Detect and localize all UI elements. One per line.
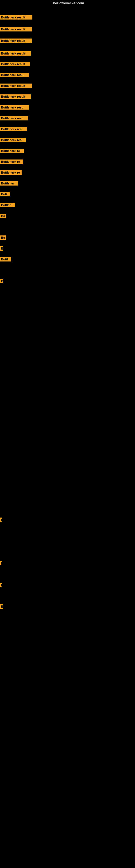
bottleneck-badge: |: [0, 583, 2, 587]
bottleneck-badge: Bottl: [0, 257, 11, 261]
bottleneck-badge: Bottleneck re: [0, 170, 21, 175]
bottleneck-badge: Bottlenec: [0, 181, 18, 186]
bottleneck-badge: Bottleneck re: [0, 149, 24, 153]
bottleneck-badge: Bottleneck resu: [0, 105, 29, 110]
bottleneck-badge: Bottleneck result: [0, 15, 32, 20]
bottleneck-badge: Bottleneck resu: [0, 73, 29, 77]
bottleneck-badge: Bo: [0, 236, 6, 240]
bottleneck-badge: Bottleneck result: [0, 62, 30, 66]
bottleneck-badge: Bottleneck result: [0, 51, 31, 56]
bottleneck-badge: Bo: [0, 214, 6, 218]
bottleneck-badge: Bottleneck result: [0, 27, 32, 31]
bottleneck-badge: Bottleneck result: [0, 84, 32, 88]
bottleneck-badge: Bottleneck result: [0, 38, 32, 43]
bottleneck-badge: |: [0, 518, 2, 522]
bottleneck-badge: B: [0, 279, 3, 283]
site-title: TheBottlenecker.com: [0, 1, 135, 5]
bottleneck-badge: Bottleneck resu: [0, 116, 28, 120]
bottleneck-badge: Bottleneck result: [0, 94, 31, 99]
bottleneck-badge: B: [0, 604, 3, 609]
bottleneck-badge: Bottleneck re: [0, 159, 23, 164]
bottleneck-badge: Bott: [0, 192, 10, 196]
bottleneck-badge: |: [0, 561, 2, 565]
bottleneck-badge: B: [0, 246, 3, 251]
bottleneck-badge: Bottleneck resu: [0, 127, 27, 131]
bottleneck-badge: Bottleneck res: [0, 138, 26, 142]
bottleneck-badge: Bottlen: [0, 203, 15, 207]
